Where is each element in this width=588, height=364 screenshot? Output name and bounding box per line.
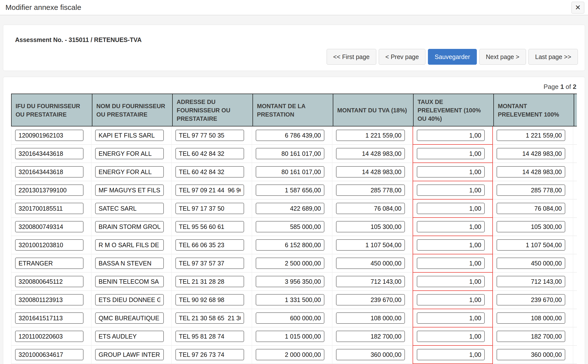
- montant-prelevement-input[interactable]: [497, 184, 565, 196]
- montant-prelevement-input[interactable]: [497, 148, 565, 159]
- adresse-input[interactable]: [175, 166, 244, 178]
- taux-prelevement-input[interactable]: [417, 130, 485, 141]
- taux-prelevement-input[interactable]: [417, 184, 485, 196]
- save-button[interactable]: Sauvegarder: [428, 49, 477, 65]
- montant-tva-input[interactable]: [336, 294, 405, 305]
- montant-tva-input[interactable]: [336, 184, 405, 196]
- table-panel: Page 1 of 2 IFU DU FOURNISSEUR OU PRESTA…: [3, 77, 585, 364]
- nom-fournisseur-input[interactable]: [95, 166, 164, 178]
- montant-prestation-input[interactable]: [256, 258, 324, 269]
- montant-prelevement-input[interactable]: [497, 331, 565, 342]
- adresse-input[interactable]: [175, 294, 244, 305]
- montant-prestation-input[interactable]: [256, 276, 324, 287]
- ifu-input[interactable]: [15, 166, 84, 178]
- ifu-input[interactable]: [15, 203, 84, 214]
- taux-prelevement-input[interactable]: [417, 239, 485, 251]
- adresse-input[interactable]: [175, 349, 244, 360]
- adresse-input[interactable]: [175, 258, 244, 269]
- montant-prestation-input[interactable]: [256, 294, 324, 305]
- montant-prelevement-input[interactable]: [497, 312, 565, 324]
- montant-prestation-input[interactable]: [256, 148, 324, 159]
- ifu-input[interactable]: [15, 130, 84, 141]
- montant-tva-input[interactable]: [336, 258, 405, 269]
- last-page-button[interactable]: Last page >>: [528, 49, 578, 65]
- montant-prelevement-input[interactable]: [497, 203, 565, 214]
- taux-prelevement-input[interactable]: [417, 258, 485, 269]
- montant-prelevement-input[interactable]: [497, 258, 565, 269]
- montant-tva-input[interactable]: [336, 130, 405, 141]
- taux-prelevement-input[interactable]: [417, 331, 485, 342]
- nom-fournisseur-input[interactable]: [95, 203, 164, 214]
- montant-prelevement-input[interactable]: [497, 166, 565, 178]
- montant-tva-input[interactable]: [336, 148, 405, 159]
- adresse-input[interactable]: [175, 239, 244, 251]
- montant-prestation-input[interactable]: [256, 184, 324, 196]
- nom-fournisseur-input[interactable]: [95, 276, 164, 287]
- taux-prelevement-input[interactable]: [417, 312, 485, 324]
- montant-prelevement-input[interactable]: [497, 130, 565, 141]
- taux-prelevement-input[interactable]: [417, 294, 485, 305]
- nom-fournisseur-input[interactable]: [95, 239, 164, 251]
- ifu-input[interactable]: [15, 239, 84, 251]
- nom-fournisseur-input[interactable]: [95, 294, 164, 305]
- montant-prestation-input[interactable]: [256, 203, 324, 214]
- ifu-input[interactable]: [15, 258, 84, 269]
- table-row: [11, 181, 577, 200]
- adresse-input[interactable]: [175, 148, 244, 159]
- montant-tva-input[interactable]: [336, 166, 405, 178]
- montant-prelevement-input[interactable]: [497, 349, 565, 360]
- taux-prelevement-input[interactable]: [417, 276, 485, 287]
- montant-prelevement-input[interactable]: [497, 239, 565, 251]
- ifu-input[interactable]: [15, 349, 84, 360]
- montant-prestation-input[interactable]: [256, 221, 324, 232]
- ifu-input[interactable]: [15, 331, 84, 342]
- montant-prelevement-input[interactable]: [497, 276, 565, 287]
- montant-prestation-input[interactable]: [256, 130, 324, 141]
- montant-prestation-input[interactable]: [256, 349, 324, 360]
- taux-prelevement-input[interactable]: [417, 148, 485, 159]
- montant-prestation-input[interactable]: [256, 331, 324, 342]
- adresse-input[interactable]: [175, 276, 244, 287]
- adresse-input[interactable]: [175, 203, 244, 214]
- close-icon[interactable]: ✕: [571, 2, 584, 14]
- montant-tva-input[interactable]: [336, 203, 405, 214]
- montant-prestation-input[interactable]: [256, 312, 324, 324]
- first-page-button[interactable]: << First page: [327, 49, 376, 65]
- ifu-input[interactable]: [15, 276, 84, 287]
- montant-prestation-input[interactable]: [256, 166, 324, 178]
- montant-tva-input[interactable]: [336, 331, 405, 342]
- adresse-input[interactable]: [175, 184, 244, 196]
- montant-tva-input[interactable]: [336, 276, 405, 287]
- adresse-input[interactable]: [175, 331, 244, 342]
- nom-fournisseur-input[interactable]: [95, 221, 164, 232]
- nom-fournisseur-input[interactable]: [95, 184, 164, 196]
- nom-fournisseur-input[interactable]: [95, 312, 164, 324]
- ifu-input[interactable]: [15, 221, 84, 232]
- montant-prestation-input[interactable]: [256, 239, 324, 251]
- montant-prelevement-input[interactable]: [497, 221, 565, 232]
- table-row: [11, 126, 577, 145]
- prev-page-button[interactable]: < Prev page: [379, 49, 426, 65]
- ifu-input[interactable]: [15, 312, 84, 324]
- ifu-input[interactable]: [15, 294, 84, 305]
- montant-tva-input[interactable]: [336, 349, 405, 360]
- nom-fournisseur-input[interactable]: [95, 258, 164, 269]
- adresse-input[interactable]: [175, 221, 244, 232]
- nom-fournisseur-input[interactable]: [95, 130, 164, 141]
- nom-fournisseur-input[interactable]: [95, 331, 164, 342]
- montant-tva-input[interactable]: [336, 239, 405, 251]
- adresse-input[interactable]: [175, 130, 244, 141]
- ifu-input[interactable]: [15, 148, 84, 159]
- montant-tva-input[interactable]: [336, 312, 405, 324]
- taux-prelevement-input[interactable]: [417, 349, 485, 360]
- nom-fournisseur-input[interactable]: [95, 349, 164, 360]
- taux-prelevement-input[interactable]: [417, 166, 485, 178]
- taux-prelevement-input[interactable]: [417, 203, 485, 214]
- next-page-button[interactable]: Next page >: [479, 49, 526, 65]
- ifu-input[interactable]: [15, 184, 84, 196]
- montant-prelevement-input[interactable]: [497, 294, 565, 305]
- taux-prelevement-input[interactable]: [417, 221, 485, 232]
- montant-tva-input[interactable]: [336, 221, 405, 232]
- nom-fournisseur-input[interactable]: [95, 148, 164, 159]
- adresse-input[interactable]: [175, 312, 244, 324]
